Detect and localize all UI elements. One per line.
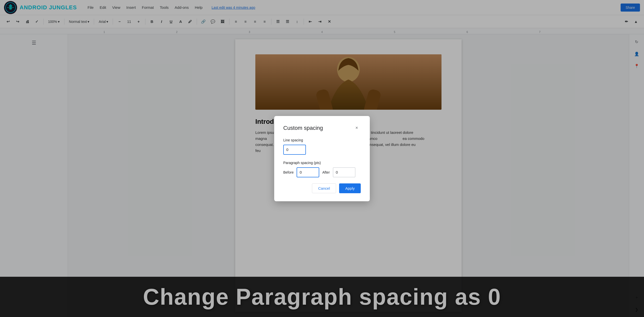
modal-header: Custom spacing × xyxy=(283,124,361,132)
paragraph-spacing-section: Paragraph spacing (pts) Before After xyxy=(283,161,361,177)
paragraph-spacing-row: Before After xyxy=(283,167,361,177)
after-label: After xyxy=(322,170,330,174)
modal-actions: Cancel Apply xyxy=(283,183,361,193)
before-input[interactable] xyxy=(297,167,319,177)
after-input[interactable] xyxy=(333,167,355,177)
line-spacing-label: Line spacing xyxy=(283,138,361,142)
modal-close-button[interactable]: × xyxy=(353,124,361,132)
paragraph-spacing-label: Paragraph spacing (pts) xyxy=(283,161,361,165)
before-label: Before xyxy=(283,170,294,174)
modal-overlay: Custom spacing × Line spacing Paragraph … xyxy=(0,0,644,317)
line-spacing-section: Line spacing xyxy=(283,138,361,155)
apply-button[interactable]: Apply xyxy=(339,183,361,193)
line-spacing-input[interactable] xyxy=(283,145,306,155)
cancel-button[interactable]: Cancel xyxy=(312,183,336,193)
custom-spacing-modal: Custom spacing × Line spacing Paragraph … xyxy=(274,116,370,201)
modal-title: Custom spacing xyxy=(283,125,323,131)
